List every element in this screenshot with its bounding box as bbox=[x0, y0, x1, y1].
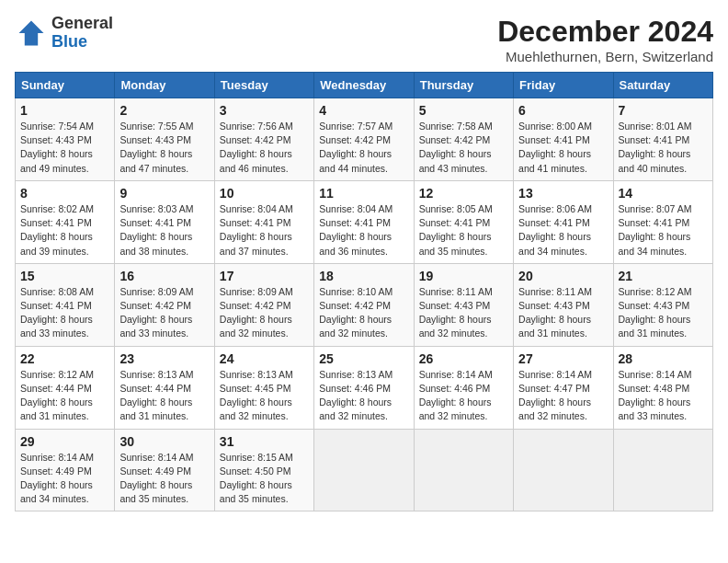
day-number: 10 bbox=[220, 186, 309, 201]
day-info: Sunrise: 7:56 AMSunset: 4:42 PMDaylight:… bbox=[220, 120, 309, 176]
day-info: Sunrise: 8:04 AMSunset: 4:41 PMDaylight:… bbox=[319, 202, 408, 259]
day-info: Sunrise: 8:13 AMSunset: 4:46 PMDaylight:… bbox=[319, 368, 408, 424]
day-info: Sunrise: 7:57 AMSunset: 4:42 PMDaylight:… bbox=[319, 120, 408, 176]
calendar-header-sunday: Sunday bbox=[16, 73, 115, 98]
day-number: 9 bbox=[119, 186, 209, 201]
day-number: 23 bbox=[119, 351, 209, 366]
calendar-cell: 13Sunrise: 8:06 AMSunset: 4:41 PMDayligh… bbox=[514, 180, 613, 263]
calendar-cell: 10Sunrise: 8:04 AMSunset: 4:41 PMDayligh… bbox=[214, 180, 313, 263]
calendar-cell: 9Sunrise: 8:03 AMSunset: 4:41 PMDaylight… bbox=[115, 180, 214, 263]
calendar-cell: 31Sunrise: 8:15 AMSunset: 4:50 PMDayligh… bbox=[214, 429, 313, 511]
calendar-cell: 3Sunrise: 7:56 AMSunset: 4:42 PMDaylight… bbox=[214, 98, 313, 181]
calendar-cell: 18Sunrise: 8:10 AMSunset: 4:42 PMDayligh… bbox=[314, 263, 414, 346]
day-number: 30 bbox=[119, 434, 209, 449]
calendar-header-tuesday: Tuesday bbox=[214, 73, 313, 98]
day-info: Sunrise: 8:02 AMSunset: 4:41 PMDaylight:… bbox=[20, 202, 109, 259]
day-number: 16 bbox=[119, 269, 209, 283]
day-number: 14 bbox=[619, 186, 708, 201]
calendar-week-row: 8Sunrise: 8:02 AMSunset: 4:41 PMDaylight… bbox=[16, 180, 713, 263]
day-info: Sunrise: 8:14 AMSunset: 4:49 PMDaylight:… bbox=[20, 451, 109, 507]
calendar-cell: 7Sunrise: 8:01 AMSunset: 4:41 PMDaylight… bbox=[613, 98, 712, 181]
day-info: Sunrise: 8:14 AMSunset: 4:48 PMDaylight:… bbox=[619, 368, 708, 424]
day-number: 15 bbox=[20, 269, 109, 283]
calendar-cell: 14Sunrise: 8:07 AMSunset: 4:41 PMDayligh… bbox=[613, 180, 712, 263]
calendar-cell: 21Sunrise: 8:12 AMSunset: 4:43 PMDayligh… bbox=[613, 263, 712, 346]
calendar-cell bbox=[613, 429, 712, 511]
calendar-cell: 29Sunrise: 8:14 AMSunset: 4:49 PMDayligh… bbox=[16, 429, 115, 511]
day-info: Sunrise: 8:12 AMSunset: 4:44 PMDaylight:… bbox=[20, 368, 109, 424]
day-info: Sunrise: 8:03 AMSunset: 4:41 PMDaylight:… bbox=[119, 202, 209, 259]
calendar-cell: 8Sunrise: 8:02 AMSunset: 4:41 PMDaylight… bbox=[16, 180, 115, 263]
main-title: December 2024 bbox=[497, 15, 713, 49]
day-number: 20 bbox=[518, 269, 608, 283]
day-info: Sunrise: 8:13 AMSunset: 4:44 PMDaylight:… bbox=[119, 368, 209, 424]
day-info: Sunrise: 8:07 AMSunset: 4:41 PMDaylight:… bbox=[619, 202, 708, 259]
day-number: 6 bbox=[518, 103, 608, 118]
day-number: 24 bbox=[220, 351, 309, 366]
day-info: Sunrise: 8:01 AMSunset: 4:41 PMDaylight:… bbox=[619, 120, 708, 176]
calendar-cell: 25Sunrise: 8:13 AMSunset: 4:46 PMDayligh… bbox=[314, 346, 414, 429]
day-number: 7 bbox=[619, 103, 708, 118]
day-info: Sunrise: 7:54 AMSunset: 4:43 PMDaylight:… bbox=[20, 120, 109, 176]
logo: General Blue bbox=[15, 15, 113, 52]
calendar-cell: 23Sunrise: 8:13 AMSunset: 4:44 PMDayligh… bbox=[115, 346, 214, 429]
day-info: Sunrise: 8:11 AMSunset: 4:43 PMDaylight:… bbox=[518, 285, 608, 341]
calendar-cell: 30Sunrise: 8:14 AMSunset: 4:49 PMDayligh… bbox=[115, 429, 214, 511]
calendar-cell: 24Sunrise: 8:13 AMSunset: 4:45 PMDayligh… bbox=[214, 346, 313, 429]
day-number: 26 bbox=[419, 351, 508, 366]
calendar-cell: 11Sunrise: 8:04 AMSunset: 4:41 PMDayligh… bbox=[314, 180, 414, 263]
day-number: 29 bbox=[20, 434, 109, 449]
day-info: Sunrise: 8:11 AMSunset: 4:43 PMDaylight:… bbox=[419, 285, 508, 341]
day-info: Sunrise: 8:06 AMSunset: 4:41 PMDaylight:… bbox=[518, 202, 608, 259]
day-number: 4 bbox=[319, 103, 408, 118]
calendar-cell: 27Sunrise: 8:14 AMSunset: 4:47 PMDayligh… bbox=[514, 346, 613, 429]
day-info: Sunrise: 8:09 AMSunset: 4:42 PMDaylight:… bbox=[119, 285, 209, 341]
day-info: Sunrise: 8:04 AMSunset: 4:41 PMDaylight:… bbox=[220, 202, 309, 259]
calendar-cell: 16Sunrise: 8:09 AMSunset: 4:42 PMDayligh… bbox=[115, 263, 214, 346]
day-info: Sunrise: 7:55 AMSunset: 4:43 PMDaylight:… bbox=[119, 120, 209, 176]
page-header: General Blue December 2024 Muehlethurnen… bbox=[15, 15, 713, 64]
day-number: 31 bbox=[220, 434, 309, 449]
calendar-cell bbox=[414, 429, 513, 511]
calendar-header-monday: Monday bbox=[115, 73, 214, 98]
calendar-cell: 22Sunrise: 8:12 AMSunset: 4:44 PMDayligh… bbox=[16, 346, 115, 429]
calendar-week-row: 1Sunrise: 7:54 AMSunset: 4:43 PMDaylight… bbox=[16, 98, 713, 181]
calendar-cell bbox=[514, 429, 613, 511]
calendar-header-thursday: Thursday bbox=[414, 73, 513, 98]
day-number: 11 bbox=[319, 186, 408, 201]
day-number: 25 bbox=[319, 351, 408, 366]
logo-icon bbox=[15, 17, 48, 50]
calendar-cell: 6Sunrise: 8:00 AMSunset: 4:41 PMDaylight… bbox=[514, 98, 613, 181]
day-number: 22 bbox=[20, 351, 109, 366]
day-number: 18 bbox=[319, 269, 408, 283]
title-area: December 2024 Muehlethurnen, Bern, Switz… bbox=[497, 15, 713, 64]
calendar-header-wednesday: Wednesday bbox=[314, 73, 414, 98]
day-info: Sunrise: 8:13 AMSunset: 4:45 PMDaylight:… bbox=[220, 368, 309, 424]
day-number: 21 bbox=[619, 269, 708, 283]
subtitle: Muehlethurnen, Bern, Switzerland bbox=[497, 49, 713, 64]
calendar-table: SundayMondayTuesdayWednesdayThursdayFrid… bbox=[15, 72, 713, 511]
calendar-cell bbox=[314, 429, 414, 511]
day-info: Sunrise: 8:14 AMSunset: 4:49 PMDaylight:… bbox=[119, 451, 209, 507]
calendar-cell: 15Sunrise: 8:08 AMSunset: 4:41 PMDayligh… bbox=[16, 263, 115, 346]
day-info: Sunrise: 8:14 AMSunset: 4:46 PMDaylight:… bbox=[419, 368, 508, 424]
calendar-cell: 1Sunrise: 7:54 AMSunset: 4:43 PMDaylight… bbox=[16, 98, 115, 181]
day-info: Sunrise: 8:00 AMSunset: 4:41 PMDaylight:… bbox=[518, 120, 608, 176]
day-info: Sunrise: 8:09 AMSunset: 4:42 PMDaylight:… bbox=[220, 285, 309, 341]
day-number: 27 bbox=[518, 351, 608, 366]
calendar-week-row: 15Sunrise: 8:08 AMSunset: 4:41 PMDayligh… bbox=[16, 263, 713, 346]
day-number: 3 bbox=[220, 103, 309, 118]
svg-marker-0 bbox=[19, 20, 44, 45]
logo-text: General Blue bbox=[51, 15, 113, 52]
day-number: 2 bbox=[119, 103, 209, 118]
calendar-week-row: 29Sunrise: 8:14 AMSunset: 4:49 PMDayligh… bbox=[16, 429, 713, 511]
day-info: Sunrise: 7:58 AMSunset: 4:42 PMDaylight:… bbox=[419, 120, 508, 176]
day-info: Sunrise: 8:08 AMSunset: 4:41 PMDaylight:… bbox=[20, 285, 109, 341]
day-number: 8 bbox=[20, 186, 109, 201]
day-number: 12 bbox=[419, 186, 508, 201]
calendar-body: 1Sunrise: 7:54 AMSunset: 4:43 PMDaylight… bbox=[16, 98, 713, 511]
day-info: Sunrise: 8:14 AMSunset: 4:47 PMDaylight:… bbox=[518, 368, 608, 424]
calendar-cell: 26Sunrise: 8:14 AMSunset: 4:46 PMDayligh… bbox=[414, 346, 513, 429]
calendar-cell: 19Sunrise: 8:11 AMSunset: 4:43 PMDayligh… bbox=[414, 263, 513, 346]
day-number: 17 bbox=[220, 269, 309, 283]
